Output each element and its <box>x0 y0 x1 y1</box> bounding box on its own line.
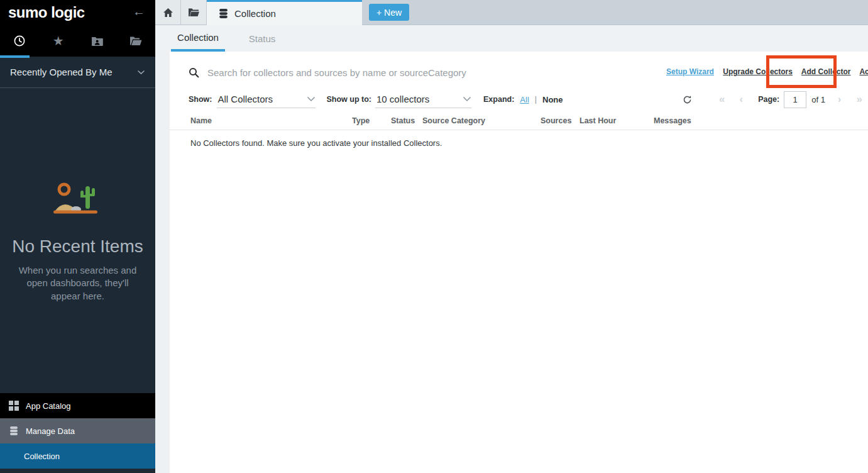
sidebar-tab-library[interactable] <box>116 30 155 52</box>
collection-label: Collection <box>24 452 60 461</box>
tab-strip-filler: + New <box>362 0 868 25</box>
personal-folder-icon <box>91 36 103 47</box>
sidebar-bottom-menu: App Catalog Manage Data Collection <box>0 393 155 469</box>
column-header-source-category: Source Category <box>422 116 485 125</box>
setup-wizard-link[interactable]: Setup Wizard <box>666 67 714 76</box>
home-button[interactable] <box>155 0 181 25</box>
main-area: Collection + New Collection Status Setup… <box>155 0 868 473</box>
limit-dropdown[interactable]: 10 collectors <box>375 91 471 108</box>
sidebar-item-collection[interactable]: Collection <box>0 443 155 469</box>
chevron-down-icon <box>307 96 316 102</box>
quick-links: Setup Wizard Upgrade Collectors Add Coll… <box>666 67 868 76</box>
tab-status[interactable]: Status <box>243 25 281 52</box>
folder-icon <box>188 8 199 17</box>
collapse-sidebar-icon[interactable]: ← <box>133 4 145 19</box>
sumo-logic-logo: sumo logic <box>8 4 85 21</box>
app-catalog-label: App Catalog <box>26 401 71 411</box>
sidebar-tab-personal[interactable] <box>78 30 117 52</box>
chevron-down-icon <box>463 96 471 102</box>
sidebar-empty-state: No Recent Items When you run searches an… <box>0 181 155 303</box>
limit-value: 10 collectors <box>375 94 463 104</box>
page-number-input[interactable] <box>784 91 806 108</box>
empty-state-title: No Recent Items <box>0 237 155 257</box>
pagination: « ‹ Page: of 1 › » <box>683 89 862 109</box>
active-tab-indicator <box>0 55 30 58</box>
folders-button[interactable] <box>181 0 207 25</box>
upgrade-collectors-link[interactable]: Upgrade Collectors <box>723 67 793 76</box>
column-header-messages: Messages <box>654 116 691 125</box>
recent-scope-label: Recently Opened By Me <box>10 67 137 77</box>
chevron-down-icon <box>137 70 145 75</box>
sidebar-tab-favorites[interactable]: ★ <box>39 30 78 52</box>
limit-label: Show up to: <box>327 95 372 104</box>
column-header-status: Status <box>391 116 415 125</box>
open-folder-icon <box>129 36 142 46</box>
collectors-table-header: Name Type Status Source Category Sources… <box>170 114 868 130</box>
expand-all-link[interactable]: All <box>520 95 529 104</box>
column-header-sources: Sources <box>541 116 571 125</box>
first-page-icon[interactable]: « <box>719 93 725 106</box>
column-header-last-hour: Last Hour <box>580 116 616 125</box>
sidebar-tab-recents[interactable] <box>0 30 39 52</box>
browser-tab-strip: Collection + New <box>155 0 868 25</box>
show-label: Show: <box>189 95 212 104</box>
access-keys-link[interactable]: Access Keys <box>859 67 868 76</box>
refresh-icon[interactable] <box>683 95 692 104</box>
collection-panel: Setup Wizard Upgrade Collectors Add Coll… <box>170 52 868 473</box>
show-filter-value: All Collectors <box>217 94 307 104</box>
sidebar-header: sumo logic ← ★ <box>0 0 155 57</box>
tab-collection[interactable]: Collection <box>171 25 225 52</box>
sidebar-tab-icons: ★ <box>0 30 155 52</box>
page-total: of 1 <box>811 95 825 104</box>
last-page-icon[interactable]: » <box>857 93 862 106</box>
next-page-icon[interactable]: › <box>838 93 842 106</box>
desert-illustration <box>0 181 155 220</box>
sidebar: sumo logic ← ★ Rece <box>0 0 155 473</box>
recent-scope-dropdown[interactable]: Recently Opened By Me <box>0 57 155 88</box>
show-filter-dropdown[interactable]: All Collectors <box>217 91 316 108</box>
expand-label: Expand: <box>483 95 514 104</box>
collection-page-tab[interactable]: Collection <box>207 0 362 25</box>
add-collector-link[interactable]: Add Collector <box>801 67 851 76</box>
collection-tab-label: Collection <box>234 8 276 19</box>
sidebar-item-manage-data[interactable]: Manage Data <box>0 418 155 443</box>
expand-separator: | <box>535 95 537 104</box>
new-tab-button[interactable]: + New <box>369 4 409 21</box>
clock-icon <box>13 35 26 47</box>
manage-data-label: Manage Data <box>26 426 75 436</box>
empty-state-description: When you run searches and open dashboard… <box>0 264 155 303</box>
page-tabs: Collection Status <box>155 25 868 52</box>
search-bar <box>189 63 597 82</box>
page-label: Page: <box>758 95 779 104</box>
column-header-type: Type <box>352 116 370 125</box>
home-icon <box>163 8 173 18</box>
column-header-name: Name <box>190 116 212 125</box>
star-icon: ★ <box>53 35 64 47</box>
app-grid-icon <box>9 401 19 411</box>
expand-none-link[interactable]: None <box>542 95 563 104</box>
search-input[interactable] <box>207 67 597 78</box>
sidebar-item-app-catalog[interactable]: App Catalog <box>0 393 155 418</box>
database-icon <box>9 426 19 436</box>
no-collectors-message: No Collectors found. Make sure you activ… <box>190 138 442 148</box>
database-icon <box>218 8 229 19</box>
prev-page-icon[interactable]: ‹ <box>739 93 743 106</box>
search-icon <box>189 67 199 78</box>
